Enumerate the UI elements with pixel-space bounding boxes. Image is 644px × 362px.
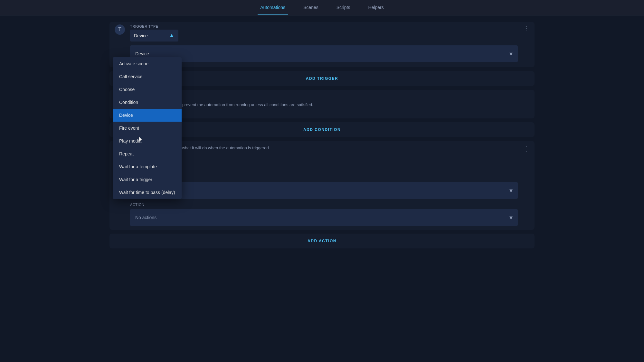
- dropdown-item-play-media[interactable]: Play media: [113, 135, 182, 147]
- add-action-button[interactable]: ADD ACTION: [308, 239, 336, 243]
- trigger-device-selector[interactable]: Device ▾: [130, 45, 518, 62]
- action-arrow-icon: ▾: [509, 214, 513, 221]
- trigger-type-select[interactable]: Device ▲: [130, 30, 178, 42]
- dropdown-item-device[interactable]: Device: [113, 109, 182, 122]
- conditions-description: Conditions are optional and prevent the …: [130, 102, 529, 108]
- nav-tab-automations[interactable]: Automations: [258, 0, 288, 15]
- trigger-type-value: Device: [134, 33, 148, 38]
- action-device-selector[interactable]: Device ▾: [130, 182, 518, 199]
- dropdown-item-wait-trigger[interactable]: Wait for a trigger: [113, 173, 182, 186]
- dropdown-item-fire-event[interactable]: Fire event: [113, 122, 182, 135]
- page-wrapper: Automations Scenes Scripts Helpers T Tri…: [0, 0, 644, 362]
- action-no-actions-selector[interactable]: No actions ▾: [130, 209, 518, 226]
- trigger-letter: T: [115, 24, 125, 35]
- add-condition-button[interactable]: ADD CONDITION: [303, 127, 341, 132]
- dropdown-item-wait-template[interactable]: Wait for a template: [113, 160, 182, 173]
- nav-tab-scenes[interactable]: Scenes: [301, 0, 321, 15]
- trigger-more-button[interactable]: ⋮: [523, 24, 529, 32]
- dropdown-item-repeat[interactable]: Repeat: [113, 147, 182, 160]
- top-nav: Automations Scenes Scripts Helpers: [0, 0, 644, 15]
- trigger-type-arrow-icon: ▲: [169, 32, 175, 39]
- dropdown-item-call-service[interactable]: Call service: [113, 70, 182, 83]
- trigger-type-label: Trigger type: [130, 24, 178, 28]
- trigger-device-arrow-icon: ▾: [509, 50, 513, 58]
- action-label: Action: [130, 203, 518, 207]
- dropdown-item-activate-scene[interactable]: Activate scene: [113, 57, 182, 70]
- add-trigger-button[interactable]: ADD TRIGGER: [306, 76, 338, 81]
- action-no-actions-value: No actions: [135, 215, 156, 220]
- actions-description: The actions section defines what it will…: [130, 145, 518, 151]
- nav-tab-helpers[interactable]: Helpers: [366, 0, 386, 15]
- dropdown-item-condition[interactable]: Condition: [113, 96, 182, 109]
- nav-tab-scripts[interactable]: Scripts: [334, 0, 353, 15]
- trigger-device-value: Device: [135, 51, 149, 56]
- add-action-section[interactable]: ADD ACTION: [109, 234, 535, 248]
- action-type-dropdown: Activate scene Call service Choose Condi…: [113, 57, 182, 199]
- dropdown-item-wait-delay[interactable]: Wait for time to pass (delay): [113, 186, 182, 199]
- conditions-title: Conditions: [130, 95, 529, 100]
- action-device-arrow-icon: ▾: [509, 187, 513, 194]
- actions-more-button[interactable]: ⋮: [523, 145, 529, 153]
- dropdown-item-choose[interactable]: Choose: [113, 83, 182, 96]
